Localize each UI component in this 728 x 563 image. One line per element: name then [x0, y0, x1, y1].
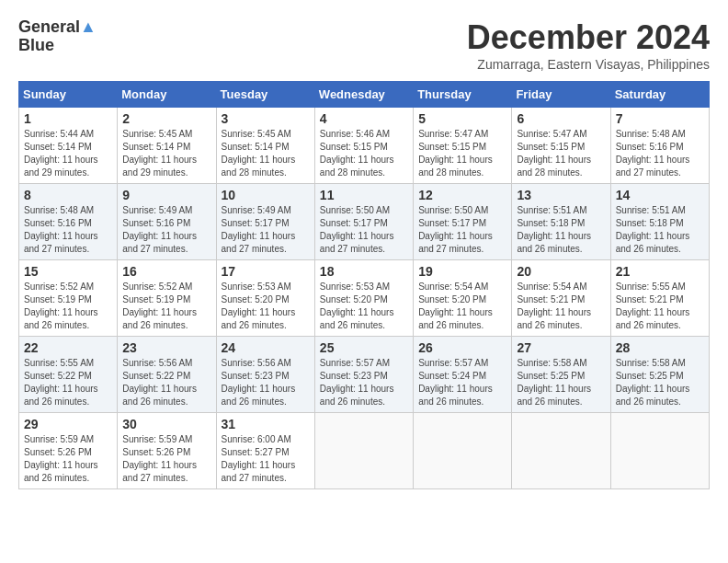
day-info: Sunrise: 5:45 AMSunset: 5:14 PMDaylight:… — [122, 128, 210, 179]
day-number: 12 — [418, 188, 506, 202]
calendar-week-row: 22Sunrise: 5:55 AMSunset: 5:22 PMDayligh… — [19, 337, 710, 413]
day-info: Sunrise: 5:50 AMSunset: 5:17 PMDaylight:… — [320, 204, 408, 256]
day-number: 3 — [222, 111, 310, 126]
calendar-day-cell: 10Sunrise: 5:49 AMSunset: 5:17 PMDayligh… — [216, 184, 314, 260]
day-info: Sunrise: 5:59 AMSunset: 5:26 PMDaylight:… — [122, 433, 210, 485]
day-number: 26 — [418, 340, 506, 355]
calendar-day-cell — [610, 413, 709, 489]
calendar-day-cell: 26Sunrise: 5:57 AMSunset: 5:24 PMDayligh… — [414, 337, 512, 413]
calendar-table: SundayMondayTuesdayWednesdayThursdayFrid… — [18, 81, 710, 489]
calendar-day-cell: 9Sunrise: 5:49 AMSunset: 5:16 PMDaylight… — [118, 184, 216, 260]
day-info: Sunrise: 5:46 AMSunset: 5:15 PMDaylight:… — [320, 128, 408, 179]
day-info: Sunrise: 5:55 AMSunset: 5:22 PMDaylight:… — [24, 357, 112, 408]
day-number: 29 — [24, 417, 112, 431]
day-number: 14 — [616, 188, 704, 202]
day-number: 19 — [418, 264, 506, 279]
day-info: Sunrise: 5:47 AMSunset: 5:15 PMDaylight:… — [418, 128, 506, 179]
day-info: Sunrise: 5:56 AMSunset: 5:23 PMDaylight:… — [222, 357, 310, 408]
calendar-day-cell: 17Sunrise: 5:53 AMSunset: 5:20 PMDayligh… — [216, 260, 314, 337]
day-info: Sunrise: 5:55 AMSunset: 5:21 PMDaylight:… — [616, 281, 704, 332]
weekday-header-cell: Sunday — [19, 82, 118, 108]
calendar-day-cell — [314, 413, 413, 489]
day-info: Sunrise: 5:58 AMSunset: 5:25 PMDaylight:… — [616, 357, 704, 408]
calendar-day-cell: 27Sunrise: 5:58 AMSunset: 5:25 PMDayligh… — [512, 337, 610, 413]
calendar-day-cell: 4Sunrise: 5:46 AMSunset: 5:15 PMDaylight… — [314, 108, 413, 184]
calendar-day-cell: 6Sunrise: 5:47 AMSunset: 5:15 PMDaylight… — [512, 108, 610, 184]
day-number: 20 — [517, 264, 605, 279]
day-info: Sunrise: 6:00 AMSunset: 5:27 PMDaylight:… — [222, 433, 310, 485]
day-info: Sunrise: 5:48 AMSunset: 5:16 PMDaylight:… — [616, 128, 704, 179]
weekday-header-row: SundayMondayTuesdayWednesdayThursdayFrid… — [19, 82, 710, 108]
weekday-header-cell: Tuesday — [216, 82, 314, 108]
day-number: 17 — [222, 264, 310, 279]
day-number: 25 — [320, 340, 408, 355]
day-number: 9 — [122, 188, 210, 202]
calendar-day-cell: 5Sunrise: 5:47 AMSunset: 5:15 PMDaylight… — [414, 108, 512, 184]
calendar-week-row: 1Sunrise: 5:44 AMSunset: 5:14 PMDaylight… — [19, 108, 710, 184]
day-info: Sunrise: 5:47 AMSunset: 5:15 PMDaylight:… — [517, 128, 605, 179]
calendar-day-cell: 22Sunrise: 5:55 AMSunset: 5:22 PMDayligh… — [19, 337, 118, 413]
weekday-header-cell: Wednesday — [314, 82, 413, 108]
day-info: Sunrise: 5:57 AMSunset: 5:24 PMDaylight:… — [418, 357, 506, 408]
day-number: 11 — [320, 188, 408, 202]
day-number: 13 — [517, 188, 605, 202]
day-number: 21 — [616, 264, 704, 279]
calendar-day-cell: 30Sunrise: 5:59 AMSunset: 5:26 PMDayligh… — [118, 413, 216, 489]
day-info: Sunrise: 5:48 AMSunset: 5:16 PMDaylight:… — [24, 204, 112, 256]
calendar-day-cell: 28Sunrise: 5:58 AMSunset: 5:25 PMDayligh… — [610, 337, 709, 413]
calendar-day-cell: 23Sunrise: 5:56 AMSunset: 5:22 PMDayligh… — [118, 337, 216, 413]
day-number: 7 — [616, 111, 704, 126]
day-info: Sunrise: 5:57 AMSunset: 5:23 PMDaylight:… — [320, 357, 408, 408]
day-info: Sunrise: 5:51 AMSunset: 5:18 PMDaylight:… — [616, 204, 704, 256]
month-title: December 2024 — [467, 18, 710, 57]
day-info: Sunrise: 5:50 AMSunset: 5:17 PMDaylight:… — [418, 204, 506, 256]
calendar-day-cell — [414, 413, 512, 489]
calendar-day-cell — [512, 413, 610, 489]
day-number: 4 — [320, 111, 408, 126]
weekday-header-cell: Saturday — [610, 82, 709, 108]
day-info: Sunrise: 5:49 AMSunset: 5:17 PMDaylight:… — [222, 204, 310, 256]
calendar-day-cell: 11Sunrise: 5:50 AMSunset: 5:17 PMDayligh… — [314, 184, 413, 260]
day-number: 28 — [616, 340, 704, 355]
day-number: 1 — [24, 111, 112, 126]
day-number: 5 — [418, 111, 506, 126]
calendar-day-cell: 7Sunrise: 5:48 AMSunset: 5:16 PMDaylight… — [610, 108, 709, 184]
calendar-day-cell: 2Sunrise: 5:45 AMSunset: 5:14 PMDaylight… — [118, 108, 216, 184]
day-number: 10 — [222, 188, 310, 202]
day-number: 15 — [24, 264, 112, 279]
day-info: Sunrise: 5:53 AMSunset: 5:20 PMDaylight:… — [222, 281, 310, 332]
weekday-header-cell: Thursday — [414, 82, 512, 108]
day-number: 2 — [122, 111, 210, 126]
calendar-body: 1Sunrise: 5:44 AMSunset: 5:14 PMDaylight… — [19, 108, 710, 489]
day-info: Sunrise: 5:58 AMSunset: 5:25 PMDaylight:… — [517, 357, 605, 408]
day-info: Sunrise: 5:59 AMSunset: 5:26 PMDaylight:… — [24, 433, 112, 485]
calendar-day-cell: 3Sunrise: 5:45 AMSunset: 5:14 PMDaylight… — [216, 108, 314, 184]
calendar-day-cell: 29Sunrise: 5:59 AMSunset: 5:26 PMDayligh… — [19, 413, 118, 489]
day-number: 8 — [24, 188, 112, 202]
calendar-day-cell: 15Sunrise: 5:52 AMSunset: 5:19 PMDayligh… — [19, 260, 118, 337]
day-info: Sunrise: 5:45 AMSunset: 5:14 PMDaylight:… — [222, 128, 310, 179]
weekday-header-cell: Monday — [118, 82, 216, 108]
day-number: 31 — [222, 417, 310, 431]
day-info: Sunrise: 5:54 AMSunset: 5:20 PMDaylight:… — [418, 281, 506, 332]
day-info: Sunrise: 5:51 AMSunset: 5:18 PMDaylight:… — [517, 204, 605, 256]
calendar-day-cell: 8Sunrise: 5:48 AMSunset: 5:16 PMDaylight… — [19, 184, 118, 260]
calendar-day-cell: 20Sunrise: 5:54 AMSunset: 5:21 PMDayligh… — [512, 260, 610, 337]
page-header: General▲Blue December 2024 Zumarraga, Ea… — [18, 18, 710, 72]
day-number: 23 — [122, 340, 210, 355]
calendar-day-cell: 14Sunrise: 5:51 AMSunset: 5:18 PMDayligh… — [610, 184, 709, 260]
day-number: 22 — [24, 340, 112, 355]
calendar-week-row: 15Sunrise: 5:52 AMSunset: 5:19 PMDayligh… — [19, 260, 710, 337]
day-number: 30 — [122, 417, 210, 431]
day-info: Sunrise: 5:56 AMSunset: 5:22 PMDaylight:… — [122, 357, 210, 408]
day-number: 18 — [320, 264, 408, 279]
day-number: 24 — [222, 340, 310, 355]
day-info: Sunrise: 5:52 AMSunset: 5:19 PMDaylight:… — [24, 281, 112, 332]
logo: General▲Blue — [18, 18, 97, 55]
day-info: Sunrise: 5:52 AMSunset: 5:19 PMDaylight:… — [122, 281, 210, 332]
day-info: Sunrise: 5:49 AMSunset: 5:16 PMDaylight:… — [122, 204, 210, 256]
day-number: 16 — [122, 264, 210, 279]
calendar-week-row: 29Sunrise: 5:59 AMSunset: 5:26 PMDayligh… — [19, 413, 710, 489]
calendar-day-cell: 24Sunrise: 5:56 AMSunset: 5:23 PMDayligh… — [216, 337, 314, 413]
day-number: 6 — [517, 111, 605, 126]
